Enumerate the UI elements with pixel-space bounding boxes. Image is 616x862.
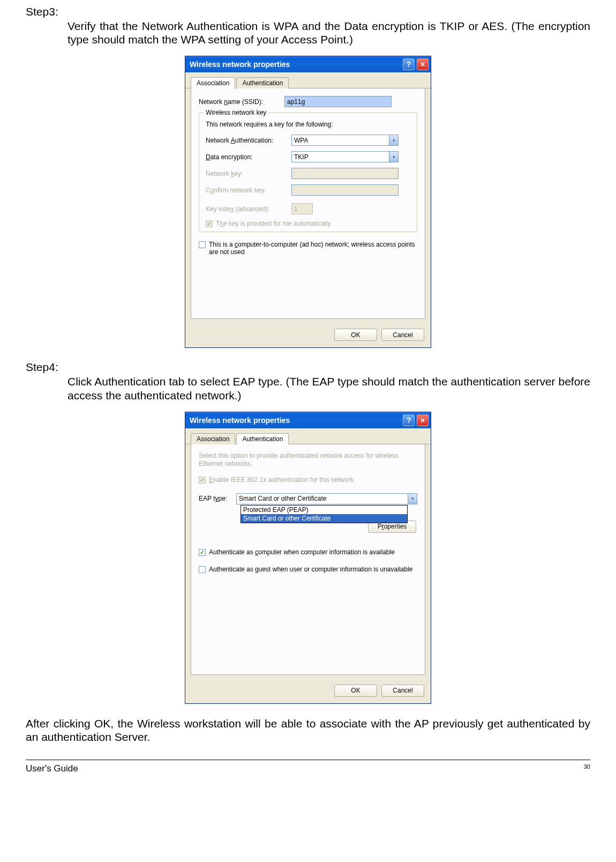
adhoc-label: This is a computer-to-computer (ad hoc) … bbox=[209, 241, 417, 256]
footer-page-number: 30 bbox=[584, 763, 590, 774]
tabstrip: Association Authentication bbox=[185, 428, 431, 444]
authentication-panel: Select this option to provide authentica… bbox=[191, 444, 425, 675]
closing-paragraph: After clicking OK, the Wireless workstat… bbox=[26, 717, 590, 744]
step4-label: Step4: bbox=[26, 361, 590, 374]
auth-guest-checkbox[interactable] bbox=[199, 566, 206, 573]
autokey-checkbox: ✓ bbox=[206, 220, 213, 227]
auth-computer-label: Authenticate as computer when computer i… bbox=[209, 548, 395, 556]
tab-association[interactable]: Association bbox=[191, 77, 235, 88]
adhoc-checkbox[interactable] bbox=[199, 241, 206, 248]
titlebar: Wireless network properties ? × bbox=[185, 412, 431, 428]
auth-desc: Select this option to provide authentica… bbox=[199, 452, 417, 469]
eap-option-smartcard[interactable]: Smart Card or other Certificate bbox=[241, 514, 407, 523]
step3-label: Step3: bbox=[26, 5, 590, 18]
ok-button[interactable]: OK bbox=[334, 685, 377, 697]
wireless-properties-dialog-authentication: Wireless network properties ? × Associat… bbox=[185, 412, 431, 704]
ssid-input[interactable] bbox=[284, 96, 392, 107]
netauth-value: WPA bbox=[294, 137, 308, 144]
dataenc-value: TKIP bbox=[294, 153, 309, 161]
tab-authentication[interactable]: Authentication bbox=[236, 433, 289, 444]
dataenc-select[interactable]: TKIP ▾ bbox=[291, 151, 399, 162]
ok-button[interactable]: OK bbox=[334, 329, 377, 341]
chevron-down-icon[interactable]: ▾ bbox=[389, 152, 398, 162]
netkey-input bbox=[291, 168, 399, 179]
eap-type-select[interactable]: Smart Card or other Certificate ▾ bbox=[236, 493, 417, 504]
eap-type-value: Smart Card or other Certificate bbox=[239, 495, 326, 502]
confirmkey-label: Confirm network key: bbox=[206, 187, 291, 194]
tab-authentication[interactable]: Authentication bbox=[236, 77, 289, 88]
eap-option-peap[interactable]: Protected EAP (PEAP) bbox=[241, 506, 407, 514]
help-icon[interactable]: ? bbox=[403, 414, 415, 426]
auth-guest-label: Authenticate as guest when user or compu… bbox=[209, 566, 412, 573]
netkey-label: Network key: bbox=[206, 170, 291, 177]
netauth-select[interactable]: WPA ▾ bbox=[291, 135, 399, 146]
footer-guide: User's Guide bbox=[26, 763, 78, 774]
group-desc: This network requires a key for the foll… bbox=[206, 121, 410, 128]
enable-8021x-label: Enable IEEE 802.1x authentication for th… bbox=[209, 476, 354, 484]
netauth-label: Network Authentication: bbox=[206, 137, 291, 144]
wireless-key-group: Wireless network key This network requir… bbox=[199, 113, 417, 232]
enable-8021x-checkbox: ✓ bbox=[199, 477, 206, 484]
close-icon[interactable]: × bbox=[417, 58, 429, 70]
chevron-down-icon[interactable]: ▾ bbox=[389, 135, 398, 145]
titlebar: Wireless network properties ? × bbox=[185, 56, 431, 72]
wireless-properties-dialog-association: Wireless network properties ? × Associat… bbox=[185, 56, 431, 348]
close-icon[interactable]: × bbox=[417, 414, 429, 426]
keyindex-label: Key index (advanced): bbox=[206, 205, 291, 213]
ssid-label: Network name (SSID): bbox=[199, 98, 284, 106]
association-panel: Network name (SSID): Wireless network ke… bbox=[191, 88, 425, 319]
footer-rule bbox=[26, 760, 590, 760]
keyindex-spinner: 1 bbox=[291, 203, 313, 214]
group-legend: Wireless network key bbox=[204, 109, 268, 116]
page-footer: User's Guide 30 bbox=[26, 763, 590, 774]
chevron-down-icon[interactable]: ▾ bbox=[408, 494, 417, 504]
step4-body: Click Authentication tab to select EAP t… bbox=[67, 375, 590, 402]
dialog-title: Wireless network properties bbox=[190, 60, 290, 69]
step3-body: Verify that the Network Authentication i… bbox=[67, 19, 590, 46]
dialog-title: Wireless network properties bbox=[190, 416, 290, 425]
cancel-button[interactable]: Cancel bbox=[381, 329, 424, 341]
auth-computer-checkbox[interactable]: ✓ bbox=[199, 549, 206, 556]
dataenc-label: Data encryption: bbox=[206, 153, 291, 161]
eap-dropdown[interactable]: Protected EAP (PEAP) Smart Card or other… bbox=[241, 505, 408, 523]
cancel-button[interactable]: Cancel bbox=[381, 685, 424, 697]
confirmkey-input bbox=[291, 184, 399, 196]
help-icon[interactable]: ? bbox=[403, 58, 415, 70]
tabstrip: Association Authentication bbox=[185, 72, 431, 88]
eap-type-label: EAP type: bbox=[199, 495, 236, 502]
autokey-label: The key is provided for me automatically bbox=[216, 220, 331, 227]
tab-association[interactable]: Association bbox=[191, 433, 235, 444]
